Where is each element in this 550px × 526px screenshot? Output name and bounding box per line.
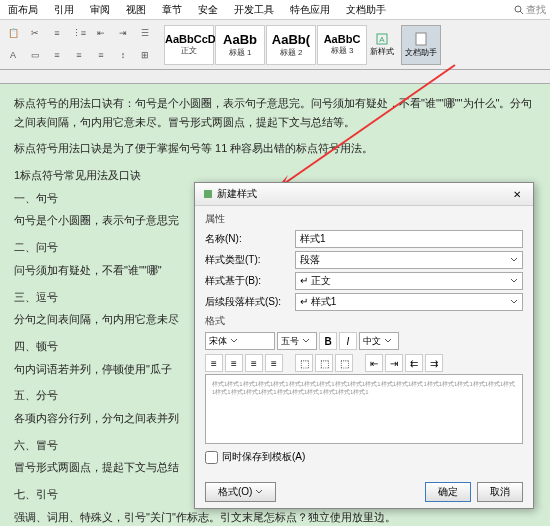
align-right-button[interactable]: ≡ [245, 354, 263, 372]
highlight-icon[interactable]: ▭ [26, 46, 44, 64]
indent-button[interactable]: ⇉ [425, 354, 443, 372]
size-select[interactable]: 五号 [277, 332, 317, 350]
tab-sections[interactable]: 章节 [154, 1, 190, 19]
save-template-label: 同时保存到模板(A) [222, 450, 305, 464]
align-justify-button[interactable]: ≡ [265, 354, 283, 372]
align-left-button[interactable]: ≡ [205, 354, 223, 372]
tab-security[interactable]: 安全 [190, 1, 226, 19]
tab-devtools[interactable]: 开发工具 [226, 1, 282, 19]
tab-layout[interactable]: 面布局 [0, 1, 46, 19]
spacing-loose-button[interactable]: ⬚ [335, 354, 353, 372]
search-icon [514, 5, 524, 15]
align-center-button[interactable]: ≡ [225, 354, 243, 372]
base-label: 样式基于(B): [205, 274, 295, 288]
paste-icon[interactable]: 📋 [4, 24, 22, 42]
font-select[interactable]: 宋体 [205, 332, 275, 350]
align-right-icon[interactable]: ≡ [92, 46, 110, 64]
doc-assist-button[interactable]: 文档助手 [401, 25, 441, 65]
align-center-icon[interactable]: ≡ [70, 46, 88, 64]
spacing-icon[interactable]: ↕ [114, 46, 132, 64]
indent-inc-button[interactable]: ⇥ [385, 354, 403, 372]
dialog-icon [203, 189, 213, 199]
chevron-down-icon [510, 277, 518, 285]
name-label: 名称(N): [205, 232, 295, 246]
tab-references[interactable]: 引用 [46, 1, 82, 19]
italic-button[interactable]: I [339, 332, 357, 350]
base-select[interactable]: ↵ 正文 [295, 272, 523, 290]
svg-rect-7 [204, 190, 212, 198]
chevron-down-icon [510, 256, 518, 264]
chevron-down-icon [230, 337, 238, 345]
svg-line-1 [520, 11, 523, 14]
indent-right-icon[interactable]: ⇥ [114, 24, 132, 42]
spacing-normal-button[interactable]: ⬚ [315, 354, 333, 372]
chevron-down-icon [302, 337, 310, 345]
dialog-titlebar: 新建样式 ✕ [195, 183, 533, 206]
ok-button[interactable]: 确定 [425, 482, 471, 502]
ruler [0, 70, 550, 84]
cut-icon[interactable]: ✂ [26, 24, 44, 42]
border-icon[interactable]: ⊞ [136, 46, 154, 64]
doc-paragraph: 标点符号的用法口诀有：句号是个小圆圈，表示句子意思完。问号须加有疑处，不看"谁"… [14, 94, 536, 131]
svg-rect-4 [416, 33, 426, 45]
outdent-button[interactable]: ⇇ [405, 354, 423, 372]
doc-paragraph: 标点符号用法口诀是为了便于掌握句号等 11 种容易出错的标点符号用法。 [14, 139, 536, 158]
align-icon[interactable]: ☰ [136, 24, 154, 42]
section-properties: 属性 [205, 212, 523, 226]
spacing-tight-button[interactable]: ⬚ [295, 354, 313, 372]
tab-docassist[interactable]: 文档助手 [338, 1, 394, 19]
style-gallery: AaBbCcDd正文 AaBb标题 1 AaBb(标题 2 AaBbC标题 3 [164, 25, 367, 65]
formatting-icons: 📋 ✂ ≡ ⋮≡ ⇤ ⇥ ☰ A ▭ ≡ ≡ ≡ ↕ ⊞ [4, 24, 156, 66]
next-select[interactable]: ↵ 样式1 [295, 293, 523, 311]
indent-dec-button[interactable]: ⇤ [365, 354, 383, 372]
dialog-title: 新建样式 [217, 187, 257, 201]
name-input[interactable] [295, 230, 523, 248]
doc-assist-icon [413, 31, 429, 47]
tab-review[interactable]: 审阅 [82, 1, 118, 19]
style-normal[interactable]: AaBbCcDd正文 [164, 25, 214, 65]
style-heading3[interactable]: AaBbC标题 3 [317, 25, 367, 65]
lang-select[interactable]: 中文 [359, 332, 399, 350]
chevron-down-icon [384, 337, 392, 345]
style-heading2[interactable]: AaBb(标题 2 [266, 25, 316, 65]
bold-button[interactable]: B [319, 332, 337, 350]
save-template-checkbox[interactable] [205, 451, 218, 464]
search-placeholder: 查找 [526, 3, 546, 17]
font-a-icon[interactable]: A [4, 46, 22, 64]
format-menu-button[interactable]: 格式(O) [205, 482, 276, 502]
search-box[interactable]: 查找 [510, 3, 550, 17]
style-preview-box: 样式1样式1样式1样式1样式1样式1样式1样式1样式1样式1样式1样式1样式1样… [205, 374, 523, 444]
tab-view[interactable]: 视图 [118, 1, 154, 19]
chevron-down-icon [255, 488, 263, 496]
new-style-icon: A [375, 32, 389, 46]
style-heading1[interactable]: AaBb标题 1 [215, 25, 265, 65]
ribbon-content: 📋 ✂ ≡ ⋮≡ ⇤ ⇥ ☰ A ▭ ≡ ≡ ≡ ↕ ⊞ AaBbCcDd正文 … [0, 20, 550, 70]
chevron-down-icon [510, 298, 518, 306]
new-style-dialog: 新建样式 ✕ 属性 名称(N): 样式类型(T): 段落 样式基于(B): ↵ … [194, 182, 534, 509]
next-label: 后续段落样式(S): [205, 295, 295, 309]
doc-paragraph: 强调、词用、特殊义，引号"关门"作标志。引文末尾怎标点？独立使用放里边。 [14, 508, 536, 526]
list-icon[interactable]: ≡ [48, 24, 66, 42]
cancel-button[interactable]: 取消 [477, 482, 523, 502]
numlist-icon[interactable]: ⋮≡ [70, 24, 88, 42]
type-select[interactable]: 段落 [295, 251, 523, 269]
svg-text:A: A [379, 35, 385, 44]
type-label: 样式类型(T): [205, 253, 295, 267]
new-style-button[interactable]: A 新样式 [367, 25, 397, 65]
indent-left-icon[interactable]: ⇤ [92, 24, 110, 42]
tab-special[interactable]: 特色应用 [282, 1, 338, 19]
ribbon-tabs: 面布局 引用 审阅 视图 章节 安全 开发工具 特色应用 文档助手 查找 [0, 0, 550, 20]
close-icon[interactable]: ✕ [509, 189, 525, 200]
section-format: 格式 [205, 314, 523, 328]
align-left-icon[interactable]: ≡ [48, 46, 66, 64]
